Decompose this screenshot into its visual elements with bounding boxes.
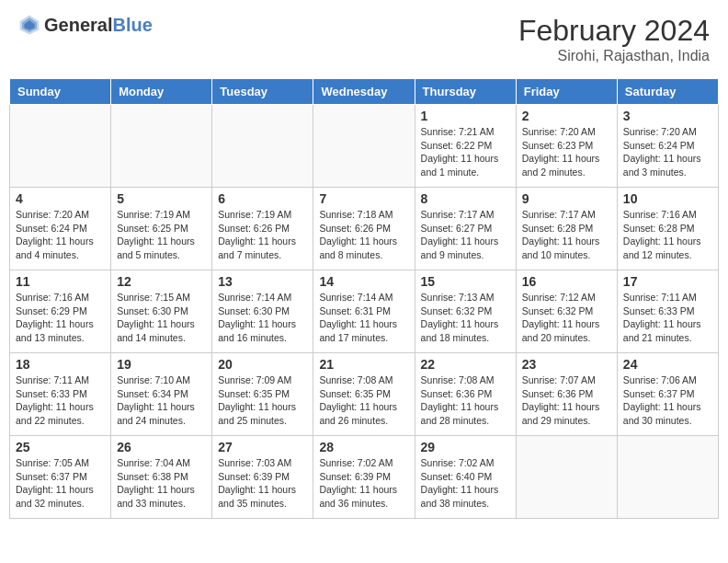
calendar-cell: 14Sunrise: 7:14 AM Sunset: 6:31 PM Dayli…: [313, 270, 415, 353]
calendar-cell: 22Sunrise: 7:08 AM Sunset: 6:36 PM Dayli…: [415, 353, 516, 436]
column-header-sunday: Sunday: [10, 79, 111, 105]
calendar-cell: 15Sunrise: 7:13 AM Sunset: 6:32 PM Dayli…: [415, 270, 516, 353]
day-info: Sunrise: 7:13 AM Sunset: 6:32 PM Dayligh…: [421, 291, 510, 345]
day-number: 12: [117, 274, 206, 289]
calendar-cell: 20Sunrise: 7:09 AM Sunset: 6:35 PM Dayli…: [212, 353, 313, 436]
calendar-cell: 10Sunrise: 7:16 AM Sunset: 6:28 PM Dayli…: [617, 188, 718, 270]
day-number: 21: [319, 357, 408, 372]
calendar-cell: 5Sunrise: 7:19 AM Sunset: 6:25 PM Daylig…: [111, 188, 212, 270]
day-number: 25: [16, 440, 105, 454]
day-info: Sunrise: 7:09 AM Sunset: 6:35 PM Dayligh…: [218, 373, 307, 428]
day-number: 18: [16, 357, 105, 372]
day-info: Sunrise: 7:05 AM Sunset: 6:37 PM Dayligh…: [16, 456, 105, 511]
calendar-cell: [10, 105, 111, 188]
calendar-cell: 9Sunrise: 7:17 AM Sunset: 6:28 PM Daylig…: [516, 188, 617, 270]
day-number: 14: [319, 274, 408, 289]
day-info: Sunrise: 7:14 AM Sunset: 6:31 PM Dayligh…: [319, 291, 408, 345]
day-number: 17: [623, 274, 712, 289]
day-number: 24: [623, 357, 712, 372]
column-header-wednesday: Wednesday: [313, 79, 415, 105]
day-info: Sunrise: 7:12 AM Sunset: 6:32 PM Dayligh…: [522, 291, 611, 345]
calendar-cell: [313, 105, 415, 188]
day-number: 10: [623, 191, 712, 206]
calendar-cell: 18Sunrise: 7:11 AM Sunset: 6:33 PM Dayli…: [10, 353, 111, 436]
day-info: Sunrise: 7:17 AM Sunset: 6:28 PM Dayligh…: [522, 208, 611, 262]
calendar-cell: [212, 105, 313, 188]
day-number: 19: [117, 357, 206, 372]
calendar-cell: 7Sunrise: 7:18 AM Sunset: 6:26 PM Daylig…: [313, 188, 415, 270]
day-info: Sunrise: 7:19 AM Sunset: 6:26 PM Dayligh…: [218, 208, 307, 262]
day-number: 26: [117, 440, 206, 454]
logo-general: General: [44, 15, 112, 35]
calendar-header-row: SundayMondayTuesdayWednesdayThursdayFrid…: [10, 79, 719, 105]
calendar-subtitle: Sirohi, Rajasthan, India: [518, 48, 710, 64]
title-section: February 2024 Sirohi, Rajasthan, India: [518, 14, 710, 64]
day-info: Sunrise: 7:11 AM Sunset: 6:33 PM Dayligh…: [16, 373, 105, 428]
column-header-friday: Friday: [516, 79, 617, 105]
calendar-table: SundayMondayTuesdayWednesdayThursdayFrid…: [9, 78, 719, 519]
week-row-1: 1Sunrise: 7:21 AM Sunset: 6:22 PM Daylig…: [10, 105, 719, 188]
day-number: 9: [522, 191, 611, 206]
day-number: 20: [218, 357, 307, 372]
calendar-cell: 11Sunrise: 7:16 AM Sunset: 6:29 PM Dayli…: [10, 270, 111, 353]
calendar-cell: 23Sunrise: 7:07 AM Sunset: 6:36 PM Dayli…: [516, 353, 617, 436]
day-number: 29: [421, 440, 510, 454]
calendar-cell: 24Sunrise: 7:06 AM Sunset: 6:37 PM Dayli…: [617, 353, 718, 436]
day-info: Sunrise: 7:06 AM Sunset: 6:37 PM Dayligh…: [623, 373, 712, 428]
calendar-title: February 2024: [518, 14, 710, 48]
day-number: 8: [421, 191, 510, 206]
calendar-cell: 12Sunrise: 7:15 AM Sunset: 6:30 PM Dayli…: [111, 270, 212, 353]
day-number: 27: [218, 440, 307, 454]
calendar-cell: [617, 436, 718, 519]
calendar-cell: 28Sunrise: 7:02 AM Sunset: 6:39 PM Dayli…: [313, 436, 415, 519]
day-info: Sunrise: 7:19 AM Sunset: 6:25 PM Dayligh…: [117, 208, 206, 262]
day-number: 13: [218, 274, 307, 289]
week-row-3: 11Sunrise: 7:16 AM Sunset: 6:29 PM Dayli…: [10, 270, 719, 353]
week-row-2: 4Sunrise: 7:20 AM Sunset: 6:24 PM Daylig…: [10, 188, 719, 270]
day-number: 2: [522, 109, 611, 123]
day-info: Sunrise: 7:08 AM Sunset: 6:36 PM Dayligh…: [421, 373, 510, 428]
calendar-cell: [111, 105, 212, 188]
column-header-thursday: Thursday: [415, 79, 516, 105]
day-info: Sunrise: 7:03 AM Sunset: 6:39 PM Dayligh…: [218, 456, 307, 511]
day-number: 5: [117, 191, 206, 206]
day-info: Sunrise: 7:14 AM Sunset: 6:30 PM Dayligh…: [218, 291, 307, 345]
calendar-cell: 29Sunrise: 7:02 AM Sunset: 6:40 PM Dayli…: [415, 436, 516, 519]
day-info: Sunrise: 7:16 AM Sunset: 6:28 PM Dayligh…: [623, 208, 712, 262]
day-info: Sunrise: 7:20 AM Sunset: 6:24 PM Dayligh…: [16, 208, 105, 262]
week-row-4: 18Sunrise: 7:11 AM Sunset: 6:33 PM Dayli…: [10, 353, 719, 436]
calendar-cell: 26Sunrise: 7:04 AM Sunset: 6:38 PM Dayli…: [111, 436, 212, 519]
calendar-cell: 17Sunrise: 7:11 AM Sunset: 6:33 PM Dayli…: [617, 270, 718, 353]
calendar-cell: 13Sunrise: 7:14 AM Sunset: 6:30 PM Dayli…: [212, 270, 313, 353]
day-info: Sunrise: 7:15 AM Sunset: 6:30 PM Dayligh…: [117, 291, 206, 345]
calendar-cell: 21Sunrise: 7:08 AM Sunset: 6:35 PM Dayli…: [313, 353, 415, 436]
calendar-cell: 8Sunrise: 7:17 AM Sunset: 6:27 PM Daylig…: [415, 188, 516, 270]
calendar-cell: 3Sunrise: 7:20 AM Sunset: 6:24 PM Daylig…: [617, 105, 718, 188]
day-number: 11: [16, 274, 105, 289]
day-number: 16: [522, 274, 611, 289]
calendar-cell: 6Sunrise: 7:19 AM Sunset: 6:26 PM Daylig…: [212, 188, 313, 270]
day-number: 6: [218, 191, 307, 206]
day-info: Sunrise: 7:02 AM Sunset: 6:39 PM Dayligh…: [319, 456, 408, 511]
day-info: Sunrise: 7:10 AM Sunset: 6:34 PM Dayligh…: [117, 373, 206, 428]
calendar-cell: [516, 436, 617, 519]
day-info: Sunrise: 7:04 AM Sunset: 6:38 PM Dayligh…: [117, 456, 206, 511]
day-info: Sunrise: 7:20 AM Sunset: 6:23 PM Dayligh…: [522, 125, 611, 179]
day-number: 23: [522, 357, 611, 372]
day-info: Sunrise: 7:18 AM Sunset: 6:26 PM Dayligh…: [319, 208, 408, 262]
day-number: 7: [319, 191, 408, 206]
day-info: Sunrise: 7:16 AM Sunset: 6:29 PM Dayligh…: [16, 291, 105, 345]
day-number: 15: [421, 274, 510, 289]
calendar-cell: 16Sunrise: 7:12 AM Sunset: 6:32 PM Dayli…: [516, 270, 617, 353]
day-info: Sunrise: 7:02 AM Sunset: 6:40 PM Dayligh…: [421, 456, 510, 511]
page-header: GeneralBlue February 2024 Sirohi, Rajast…: [9, 9, 719, 69]
calendar-cell: 27Sunrise: 7:03 AM Sunset: 6:39 PM Dayli…: [212, 436, 313, 519]
calendar-cell: 2Sunrise: 7:20 AM Sunset: 6:23 PM Daylig…: [516, 105, 617, 188]
column-header-saturday: Saturday: [617, 79, 718, 105]
calendar-cell: 19Sunrise: 7:10 AM Sunset: 6:34 PM Dayli…: [111, 353, 212, 436]
day-number: 3: [623, 109, 712, 123]
day-number: 28: [319, 440, 408, 454]
column-header-monday: Monday: [111, 79, 212, 105]
day-info: Sunrise: 7:17 AM Sunset: 6:27 PM Dayligh…: [421, 208, 510, 262]
day-info: Sunrise: 7:08 AM Sunset: 6:35 PM Dayligh…: [319, 373, 408, 428]
